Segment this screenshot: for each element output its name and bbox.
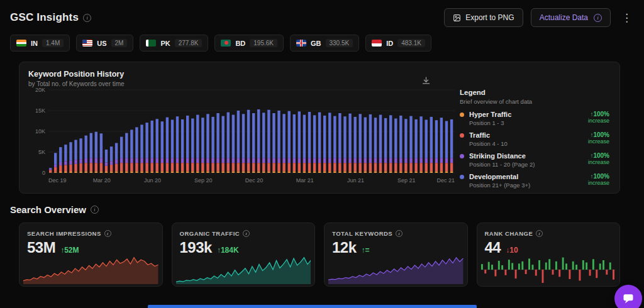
stat-label-text: SEARCH IMPRESSIONS	[27, 230, 101, 237]
legend-dot	[460, 133, 464, 138]
gsc-insights-dashboard: GSC Insights Export to PNG Actualize Dat…	[0, 0, 644, 287]
legend-change-note: increase	[588, 118, 609, 124]
header: GSC Insights Export to PNG Actualize Dat…	[0, 0, 644, 31]
kebab-menu-icon[interactable]	[618, 11, 635, 25]
svg-text:Dec 21: Dec 21	[436, 177, 455, 184]
next-section-peek-bar	[148, 305, 477, 308]
section-title: Search Overview	[10, 204, 86, 215]
info-icon[interactable]	[396, 230, 402, 237]
india-flag-icon	[16, 40, 26, 47]
svg-text:Jun 21: Jun 21	[347, 177, 364, 184]
stat-card-organic-traffic: ORGANIC TRAFFIC 193k ↑184K	[172, 223, 316, 287]
legend-change-pct: ↑100%	[588, 111, 609, 118]
country-code: BD	[235, 40, 245, 47]
legend-name: Hyper Traffic	[469, 111, 511, 118]
legend-position: Position 4 - 10	[469, 140, 508, 147]
pakistan-flag-icon	[146, 40, 156, 47]
svg-text:0: 0	[42, 170, 45, 176]
info-icon[interactable]	[104, 230, 111, 237]
stat-label: ORGANIC TRAFFIC	[180, 230, 308, 237]
info-icon[interactable]	[83, 14, 91, 22]
legend-position: Position 1 - 3	[469, 119, 511, 126]
country-chip-bd[interactable]: BD 195.6K	[214, 35, 284, 52]
top-actions: Export to PNG Actualize Data	[444, 8, 635, 27]
usa-flag-icon	[82, 40, 92, 47]
stat-delta: ↑=	[362, 246, 370, 255]
search-overview-header: Search Overview	[0, 194, 644, 223]
country-value: 277.8K	[175, 39, 203, 47]
svg-text:Sep 21: Sep 21	[397, 177, 416, 184]
svg-text:Mar 20: Mar 20	[93, 177, 111, 184]
legend-name: Traffic	[469, 131, 508, 139]
country-chip-us[interactable]: US 2M	[76, 35, 133, 52]
country-code: PK	[160, 40, 170, 47]
info-icon[interactable]	[243, 230, 250, 237]
legend-subtitle: Brief overview of chart data	[460, 98, 609, 105]
export-png-label: Export to PNG	[465, 13, 514, 22]
legend-dot	[460, 154, 464, 158]
chart-title: Keyword Position History	[28, 70, 611, 79]
legend-change-note: increase	[588, 159, 609, 165]
stat-label: SEARCH IMPRESSIONS	[27, 230, 155, 237]
info-icon[interactable]	[91, 206, 99, 214]
stat-delta: ↓10	[506, 246, 518, 255]
stat-label-text: TOTAL KEYWORDS	[332, 230, 392, 237]
chart-card-header: Keyword Position History by Total no. of…	[28, 70, 611, 87]
legend-change: ↑100% increase	[588, 173, 609, 186]
total-keywords-sparkline	[328, 254, 464, 284]
svg-text:15K: 15K	[35, 107, 45, 114]
legend-text: Hyper Traffic Position 1 - 3	[469, 111, 511, 126]
legend-change-pct: ↑100%	[588, 131, 609, 138]
svg-text:Jun 20: Jun 20	[144, 177, 161, 184]
stat-label: RANK CHANGE	[485, 230, 613, 237]
legend-change-pct: ↑100%	[588, 173, 609, 180]
page-title: GSC Insights	[10, 11, 79, 24]
legend-change: ↑100% increase	[588, 131, 609, 145]
country-chip-pk[interactable]: PK 277.8K	[140, 35, 208, 52]
stat-card-search-impressions: SEARCH IMPRESSIONS 53M ↑52M	[19, 223, 163, 287]
export-png-button[interactable]: Export to PNG	[444, 8, 523, 27]
legend-item-hyper-traffic: Hyper Traffic Position 1 - 3 ↑100% incre…	[460, 111, 609, 126]
stat-card-rank-change: RANK CHANGE 44 ↓10	[477, 223, 621, 287]
organic-traffic-sparkline	[176, 254, 311, 284]
country-chip-gb[interactable]: GB 330.5K	[290, 35, 359, 52]
actualize-data-button[interactable]: Actualize Data	[531, 8, 611, 27]
title-wrap: GSC Insights	[10, 11, 91, 24]
svg-text:Dec 19: Dec 19	[48, 177, 67, 184]
download-icon	[421, 76, 431, 85]
legend-text: Traffic Position 4 - 10	[469, 131, 508, 147]
svg-text:10K: 10K	[35, 128, 45, 135]
svg-text:Mar 21: Mar 21	[296, 177, 314, 184]
legend-change-pct: ↑100%	[588, 152, 609, 159]
country-code: ID	[386, 40, 393, 47]
stat-card-total-keywords: TOTAL KEYWORDS 12k ↑=	[324, 223, 468, 287]
country-value: 330.5K	[326, 39, 353, 47]
legend-dot	[460, 113, 464, 117]
export-image-icon	[453, 14, 461, 22]
keyword-position-chart[interactable]: 05K10K15K20KDec 19Mar 20Jun 20Sep 20Dec …	[26, 86, 460, 185]
stat-cards-row: SEARCH IMPRESSIONS 53M ↑52M ORGANIC TRAF…	[19, 223, 620, 287]
legend-change: ↑100% increase	[588, 111, 609, 124]
country-chip-in[interactable]: IN 1.4M	[10, 35, 70, 52]
legend-title: Legend	[460, 89, 609, 96]
country-value: 195.6K	[250, 39, 277, 47]
country-code: US	[97, 40, 106, 47]
country-chip-id[interactable]: ID 483.1K	[365, 35, 431, 52]
keyword-position-history-card: Keyword Position History by Total no. of…	[19, 62, 620, 194]
legend-item-developmental: Developmental Position 21+ (Page 3+) ↑10…	[460, 173, 609, 189]
info-icon[interactable]	[536, 230, 543, 237]
chat-fab-button[interactable]	[614, 285, 642, 308]
legend-name: Developmental	[469, 173, 530, 180]
legend-text: Striking Distance Position 11 - 20 (Page…	[469, 152, 535, 168]
svg-text:5K: 5K	[38, 149, 45, 155]
legend-dot	[460, 175, 464, 179]
stat-label: TOTAL KEYWORDS	[332, 230, 460, 237]
legend-position: Position 11 - 20 (Page 2)	[469, 161, 535, 168]
stat-label-text: ORGANIC TRAFFIC	[180, 230, 240, 237]
svg-text:Sep 20: Sep 20	[194, 177, 213, 184]
stat-delta: ↑184K	[217, 246, 239, 255]
country-code: IN	[31, 40, 38, 47]
country-value: 483.1K	[397, 39, 425, 47]
legend-name: Striking Distance	[469, 152, 535, 160]
search-impressions-sparkline	[23, 254, 158, 284]
